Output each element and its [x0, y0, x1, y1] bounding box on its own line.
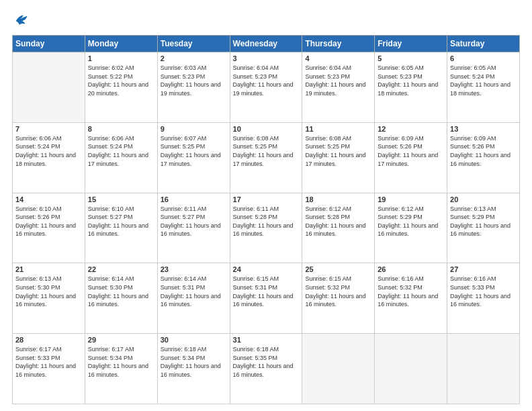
- daylight-label: Daylight: 11 hours and 16 minutes.: [233, 363, 294, 378]
- day-info: Sunrise: 6:15 AM Sunset: 5:31 PM Dayligh…: [233, 275, 300, 308]
- daylight-label: Daylight: 11 hours and 16 minutes.: [88, 293, 148, 308]
- sunset-label: Sunset: 5:23 PM: [161, 73, 206, 80]
- day-cell: 10 Sunrise: 6:08 AM Sunset: 5:25 PM Dayl…: [230, 122, 302, 193]
- sunrise-label: Sunrise: 6:15 AM: [233, 275, 279, 282]
- sunrise-label: Sunrise: 6:12 AM: [305, 205, 351, 212]
- sunrise-label: Sunrise: 6:17 AM: [15, 346, 62, 353]
- daylight-label: Daylight: 11 hours and 18 minutes.: [450, 81, 511, 97]
- daylight-label: Daylight: 11 hours and 17 minutes.: [161, 152, 221, 167]
- day-cell: 28 Sunrise: 6:17 AM Sunset: 5:33 PM Dayl…: [13, 334, 85, 404]
- day-info: Sunrise: 6:04 AM Sunset: 5:23 PM Dayligh…: [233, 64, 300, 97]
- sunset-label: Sunset: 5:33 PM: [15, 355, 60, 361]
- sunset-label: Sunset: 5:29 PM: [450, 214, 495, 220]
- day-number: 18: [305, 195, 371, 203]
- sunrise-label: Sunrise: 6:16 AM: [450, 275, 496, 282]
- day-info: Sunrise: 6:10 AM Sunset: 5:27 PM Dayligh…: [88, 205, 154, 238]
- day-number: 21: [15, 265, 82, 273]
- day-cell: 5 Sunrise: 6:05 AM Sunset: 5:23 PM Dayli…: [375, 52, 447, 123]
- sunrise-label: Sunrise: 6:18 AM: [233, 346, 279, 353]
- sunrise-label: Sunrise: 6:08 AM: [233, 135, 279, 142]
- sunset-label: Sunset: 5:34 PM: [88, 355, 133, 361]
- daylight-label: Daylight: 11 hours and 16 minutes.: [378, 222, 438, 238]
- day-number: 3: [233, 54, 300, 62]
- sunset-label: Sunset: 5:35 PM: [233, 355, 278, 361]
- sunset-label: Sunset: 5:26 PM: [378, 143, 423, 150]
- day-info: Sunrise: 6:13 AM Sunset: 5:30 PM Dayligh…: [15, 275, 82, 308]
- sunrise-label: Sunrise: 6:12 AM: [378, 205, 424, 212]
- day-info: Sunrise: 6:17 AM Sunset: 5:33 PM Dayligh…: [15, 345, 82, 379]
- day-number: 11: [305, 125, 371, 133]
- day-cell: 19 Sunrise: 6:12 AM Sunset: 5:29 PM Dayl…: [375, 193, 447, 263]
- day-number: 17: [233, 195, 300, 203]
- sunset-label: Sunset: 5:24 PM: [88, 143, 133, 150]
- daylight-label: Daylight: 11 hours and 16 minutes.: [450, 152, 511, 167]
- day-info: Sunrise: 6:16 AM Sunset: 5:32 PM Dayligh…: [378, 275, 444, 308]
- sunset-label: Sunset: 5:34 PM: [161, 355, 206, 361]
- day-cell: 16 Sunrise: 6:11 AM Sunset: 5:27 PM Dayl…: [157, 193, 230, 263]
- sunset-label: Sunset: 5:23 PM: [233, 73, 278, 80]
- sunrise-label: Sunrise: 6:16 AM: [378, 275, 424, 282]
- day-info: Sunrise: 6:06 AM Sunset: 5:24 PM Dayligh…: [88, 134, 154, 168]
- sunset-label: Sunset: 5:25 PM: [305, 143, 350, 150]
- day-cell: 14 Sunrise: 6:10 AM Sunset: 5:26 PM Dayl…: [13, 193, 85, 263]
- day-info: Sunrise: 6:05 AM Sunset: 5:23 PM Dayligh…: [378, 64, 444, 97]
- sunrise-label: Sunrise: 6:03 AM: [161, 64, 207, 71]
- day-number: 14: [15, 195, 82, 203]
- week-row-3: 14 Sunrise: 6:10 AM Sunset: 5:26 PM Dayl…: [13, 193, 520, 263]
- day-info: Sunrise: 6:05 AM Sunset: 5:24 PM Dayligh…: [450, 64, 517, 97]
- day-info: Sunrise: 6:18 AM Sunset: 5:34 PM Dayligh…: [161, 345, 227, 379]
- day-cell: 30 Sunrise: 6:18 AM Sunset: 5:34 PM Dayl…: [157, 334, 230, 404]
- day-cell: 15 Sunrise: 6:10 AM Sunset: 5:27 PM Dayl…: [85, 193, 157, 263]
- sunset-label: Sunset: 5:27 PM: [161, 214, 206, 220]
- day-info: Sunrise: 6:14 AM Sunset: 5:30 PM Dayligh…: [88, 275, 154, 308]
- sunset-label: Sunset: 5:28 PM: [233, 214, 278, 220]
- daylight-label: Daylight: 11 hours and 16 minutes.: [450, 222, 511, 238]
- sunset-label: Sunset: 5:28 PM: [305, 214, 350, 220]
- day-number: 19: [378, 195, 444, 203]
- daylight-label: Daylight: 11 hours and 19 minutes.: [233, 81, 294, 97]
- day-cell: 23 Sunrise: 6:14 AM Sunset: 5:31 PM Dayl…: [157, 263, 230, 334]
- day-number: 31: [233, 336, 300, 344]
- weekday-header-saturday: Saturday: [447, 36, 520, 52]
- sunrise-label: Sunrise: 6:11 AM: [233, 205, 279, 212]
- day-cell: [447, 334, 520, 404]
- sunset-label: Sunset: 5:26 PM: [15, 214, 60, 220]
- day-cell: 25 Sunrise: 6:15 AM Sunset: 5:32 PM Dayl…: [302, 263, 375, 334]
- sunset-label: Sunset: 5:30 PM: [15, 284, 60, 291]
- day-number: 22: [88, 265, 154, 273]
- day-info: Sunrise: 6:16 AM Sunset: 5:33 PM Dayligh…: [450, 275, 517, 308]
- day-info: Sunrise: 6:02 AM Sunset: 5:22 PM Dayligh…: [88, 64, 154, 97]
- day-info: Sunrise: 6:09 AM Sunset: 5:26 PM Dayligh…: [378, 134, 444, 168]
- day-cell: 2 Sunrise: 6:03 AM Sunset: 5:23 PM Dayli…: [157, 52, 230, 123]
- week-row-2: 7 Sunrise: 6:06 AM Sunset: 5:24 PM Dayli…: [13, 122, 520, 193]
- day-number: 26: [378, 265, 444, 273]
- sunset-label: Sunset: 5:24 PM: [15, 143, 60, 150]
- sunset-label: Sunset: 5:24 PM: [450, 73, 495, 80]
- day-cell: 24 Sunrise: 6:15 AM Sunset: 5:31 PM Dayl…: [230, 263, 302, 334]
- day-cell: 18 Sunrise: 6:12 AM Sunset: 5:28 PM Dayl…: [302, 193, 375, 263]
- day-info: Sunrise: 6:11 AM Sunset: 5:28 PM Dayligh…: [233, 205, 300, 238]
- weekday-header-thursday: Thursday: [302, 36, 375, 52]
- day-cell: 21 Sunrise: 6:13 AM Sunset: 5:30 PM Dayl…: [13, 263, 85, 334]
- day-cell: 31 Sunrise: 6:18 AM Sunset: 5:35 PM Dayl…: [230, 334, 302, 404]
- sunrise-label: Sunrise: 6:13 AM: [450, 205, 496, 212]
- day-cell: [13, 52, 85, 123]
- day-info: Sunrise: 6:18 AM Sunset: 5:35 PM Dayligh…: [233, 345, 300, 379]
- header: [12, 12, 520, 30]
- day-info: Sunrise: 6:12 AM Sunset: 5:29 PM Dayligh…: [378, 205, 444, 238]
- daylight-label: Daylight: 11 hours and 16 minutes.: [233, 293, 294, 308]
- day-cell: 26 Sunrise: 6:16 AM Sunset: 5:32 PM Dayl…: [375, 263, 447, 334]
- daylight-label: Daylight: 11 hours and 16 minutes.: [15, 222, 76, 238]
- daylight-label: Daylight: 11 hours and 16 minutes.: [88, 363, 148, 378]
- day-cell: 20 Sunrise: 6:13 AM Sunset: 5:29 PM Dayl…: [447, 193, 520, 263]
- sunrise-label: Sunrise: 6:17 AM: [88, 346, 134, 353]
- day-number: 5: [378, 54, 444, 62]
- day-info: Sunrise: 6:12 AM Sunset: 5:28 PM Dayligh…: [305, 205, 371, 238]
- day-number: 15: [88, 195, 154, 203]
- day-number: 4: [305, 54, 371, 62]
- sunset-label: Sunset: 5:31 PM: [233, 284, 278, 291]
- day-number: 25: [305, 265, 371, 273]
- day-info: Sunrise: 6:15 AM Sunset: 5:32 PM Dayligh…: [305, 275, 371, 308]
- day-number: 8: [88, 125, 154, 133]
- day-number: 10: [233, 125, 300, 133]
